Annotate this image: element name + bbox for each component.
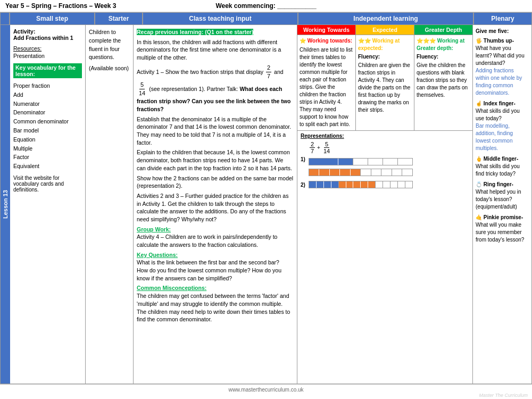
rep1: 1) 2 7 + 5 14 (301, 141, 469, 178)
col-header-independent: Independent learning (298, 12, 473, 25)
bar-white-1 (353, 159, 368, 165)
plenary-intro: Give me five: (476, 28, 529, 35)
r2-o2 (346, 181, 354, 188)
recap-highlight: Recap previous learning: (Q1 on the star… (137, 29, 253, 35)
b2-w4 (392, 169, 403, 176)
vocab-item: Factor (13, 153, 82, 162)
main-content: Lesson 13 Activity: Add Fractions within… (0, 25, 532, 384)
key-questions: Key Questions: What is the link between … (137, 251, 294, 282)
b2-5 (351, 169, 361, 176)
column-headers: Small step Starter Class teaching input … (0, 12, 532, 25)
lesson-number: Lesson 13 (1, 25, 10, 384)
activities23-text: Activities 2 and 3 – Further guided prac… (137, 192, 294, 223)
b2-3 (330, 169, 340, 176)
r2-b3 (324, 181, 331, 188)
representations-title: Representations: (301, 133, 469, 139)
ind-exp-content: ⭐⭐ Working at expected: Fluency: Childre… (356, 35, 414, 130)
gd-body: Give the children the questions with bla… (417, 62, 470, 99)
vocab-item: Add (13, 90, 82, 99)
r2-b1 (309, 181, 317, 188)
exp-title: Working at expected: (358, 38, 400, 51)
resources-label: Resources: (13, 45, 82, 52)
rep1-content: 2 7 + 5 14 (309, 141, 413, 178)
independent-column: Working Towards Expected Greater Depth ⭐… (297, 25, 473, 384)
group-work-text: Activity 4 – Children are to work in pai… (137, 234, 277, 248)
ind-sub-headers: Working Towards Expected Greater Depth (297, 25, 472, 35)
p2-text: Explain to the children that because 14,… (137, 148, 294, 172)
b2-4 (340, 169, 351, 176)
vocab-item: Proper fraction (13, 81, 82, 90)
footer: www.masterthecurriculum.co.uk (0, 384, 532, 395)
col-header-plenary: Plenary (473, 12, 532, 25)
rep2-label: 2) (301, 182, 305, 188)
b2-w5 (402, 169, 412, 176)
wt-title: Working towards: (307, 38, 352, 44)
r2-o4 (361, 181, 368, 188)
vocab-item: Numerator (13, 99, 82, 109)
top-header: Year 5 – Spring – Fractions – Week 3 Wee… (0, 0, 532, 12)
bar-white-4 (398, 159, 412, 165)
misconceptions: Common Misconceptions: The children may … (137, 284, 294, 323)
small-step-column: Activity: Add Fractions within 1 Resourc… (10, 25, 86, 384)
expected-header: Expected (356, 25, 414, 35)
r2-w4 (398, 181, 405, 188)
frac1-numerator: 2 (266, 64, 271, 72)
plenary-index-finger: ☝ Index finger- What skills did you use … (476, 100, 529, 152)
group-work-label: Group Work: (137, 226, 171, 232)
fraction-notation: 2 7 + 5 14 (309, 141, 332, 154)
wt-star: ⭐ Working towards: (300, 37, 353, 45)
b2-w3 (381, 169, 392, 176)
r2-w1 (376, 181, 383, 188)
gd-subtitle: Fluency: (417, 53, 470, 61)
activity-title: Activity: Add Fractions within 1 (13, 28, 82, 41)
vocab-item: Equation (13, 135, 82, 144)
rep2: 2) (301, 181, 469, 188)
representations-section: Representations: 1) 2 7 + 5 14 (297, 131, 472, 190)
week-commencing: Week commencing: ___________ (179, 2, 353, 10)
rep1-bar1 (309, 158, 413, 165)
plenary-column: Give me five: 🖐 Thumbs up- What have you… (473, 25, 531, 384)
fraction1: 2 7 (266, 64, 271, 81)
footer-url: www.masterthecurriculum.co.uk (228, 387, 303, 393)
rep1-label: 1) (301, 156, 305, 162)
col-header-starter: Starter (95, 12, 143, 25)
key-q2: How do you find the lowest common multip… (137, 267, 281, 281)
bar-blue-2 (338, 159, 353, 165)
bar-blue-1 (309, 159, 338, 165)
bar2-row (309, 169, 413, 176)
rep2-bar (309, 181, 413, 188)
exp-body: Children are given the fraction strips i… (358, 62, 412, 114)
exp-subtitle: Fluency: (358, 53, 412, 61)
plenary-blue-text2: Bar modelling, addition, finding lowest … (476, 123, 513, 151)
rep1-frac2: 5 14 (322, 141, 331, 154)
wt-body: Children are told to list their times ta… (300, 46, 353, 128)
fraction2: 5 14 (138, 81, 146, 98)
rep1-bar2 (309, 169, 413, 176)
plenary-thumbs-up: 🖐 Thumbs up- What have you learnt? What … (476, 37, 529, 97)
b2-2 (319, 169, 330, 176)
rep2-content (309, 181, 413, 188)
presentation-label: Presentation (13, 53, 82, 59)
b2-1 (309, 169, 320, 176)
bar-white-2 (368, 159, 383, 165)
ind-gd-content: ⭐⭐⭐ Working at Greater depth: Fluency: G… (414, 35, 472, 130)
vocab-item: Multiple (13, 144, 82, 153)
misconceptions-text: The children may get confused between th… (137, 293, 290, 322)
r2-o3 (353, 181, 361, 188)
bar-white-3 (383, 159, 398, 165)
r2-w3 (390, 181, 398, 188)
intro-text: In this lesson, the children will add fr… (137, 38, 294, 62)
r2-b4 (331, 181, 339, 188)
starter-column: Children to complete the fluent in four … (86, 25, 134, 384)
bar1-row (309, 158, 413, 165)
r2-w5 (405, 181, 412, 188)
activity1-text: Activity 1 – Show the two fraction strip… (137, 64, 294, 113)
vocab-item: Bar model (13, 126, 82, 135)
title-left: Year 5 – Spring – Fractions – Week 3 (5, 2, 179, 10)
p3-text: Show how the 2 fractions can be added on… (137, 174, 294, 190)
r2-o1 (339, 181, 346, 188)
class-teaching-column: Recap previous learning: (Q1 on the star… (134, 25, 297, 384)
plenary-blue-text1: Adding fractions within one whole by fin… (476, 68, 522, 96)
ind-columns-wrapper: ⭐ Working towards: Children are told to … (297, 35, 472, 131)
r2-o5 (368, 181, 376, 188)
